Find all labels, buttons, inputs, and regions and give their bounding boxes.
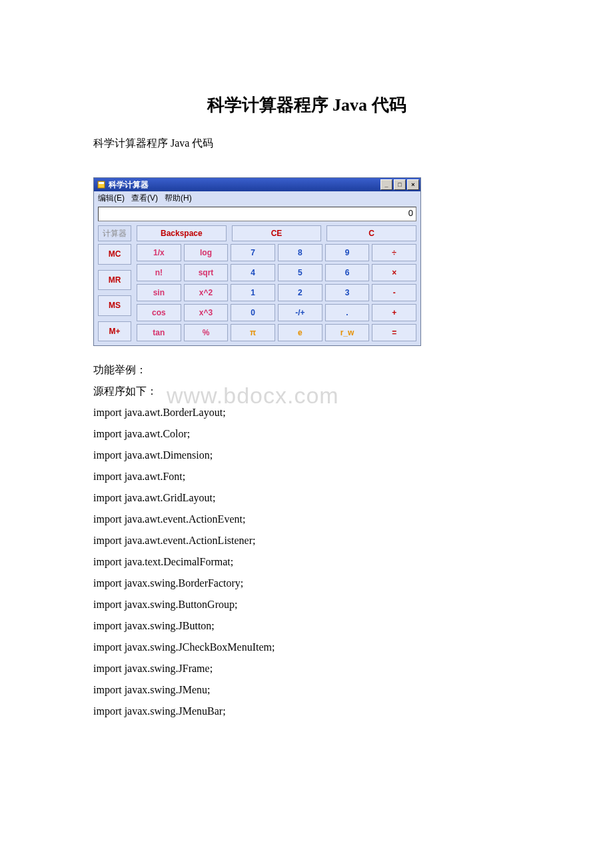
calc-button[interactable]: .: [325, 304, 370, 321]
calc-button[interactable]: 1: [231, 284, 275, 301]
calc-button[interactable]: sin: [137, 284, 181, 301]
code-line: import javax.swing.JFrame;: [93, 658, 520, 679]
calc-button[interactable]: 7: [231, 244, 275, 261]
calc-button[interactable]: 1/x: [137, 244, 181, 261]
tab-calculator[interactable]: 计算器: [98, 225, 131, 241]
code-line: import java.awt.Dimension;: [93, 445, 520, 466]
subtitle: 科学计算器程序 Java 代码: [93, 137, 520, 151]
code-block: import java.awt.BorderLayout;import java…: [93, 402, 520, 722]
calc-button[interactable]: n!: [137, 264, 181, 281]
calc-button[interactable]: +: [372, 304, 416, 321]
code-line: import javax.swing.BorderFactory;: [93, 573, 520, 594]
memory-column: MCMRMSM+: [98, 244, 131, 341]
body-grid: MCMRMSM+ 1/xlog789÷n!sqrt456×sinx^2123-c…: [94, 244, 420, 345]
calc-button[interactable]: ÷: [372, 244, 416, 261]
calc-button[interactable]: 5: [278, 264, 322, 281]
calc-button[interactable]: -: [372, 284, 416, 301]
calc-button[interactable]: 2: [278, 284, 322, 301]
page-title: 科学计算器程序 Java 代码: [93, 93, 520, 117]
code-line: import java.awt.BorderLayout;: [93, 402, 520, 423]
memory-button-mc[interactable]: MC: [98, 244, 131, 265]
memory-button-m+[interactable]: M+: [98, 321, 131, 342]
code-line: import javax.swing.JCheckBoxMenuItem;: [93, 637, 520, 658]
code-line: import javax.swing.JMenu;: [93, 679, 520, 701]
menu-view[interactable]: 查看(V): [131, 193, 158, 204]
calc-button[interactable]: cos: [137, 304, 181, 321]
app-icon: [97, 180, 106, 189]
code-line: import java.awt.Color;: [93, 423, 520, 445]
calc-button[interactable]: =: [372, 324, 416, 341]
calc-button[interactable]: r_w: [325, 324, 370, 341]
c-button[interactable]: C: [326, 225, 416, 241]
code-line: import javax.swing.JMenuBar;: [93, 701, 520, 722]
code-line: import java.awt.GridLayout;: [93, 487, 520, 509]
calc-button[interactable]: -/+: [278, 304, 322, 321]
menubar: 编辑(E) 查看(V) 帮助(H): [94, 191, 420, 205]
ce-button[interactable]: CE: [232, 225, 322, 241]
calc-button[interactable]: x^2: [184, 284, 229, 301]
section-example-label: 功能举例：: [93, 359, 520, 381]
calc-button[interactable]: 0: [231, 304, 275, 321]
calc-button[interactable]: 6: [325, 264, 370, 281]
calc-button[interactable]: 3: [325, 284, 370, 301]
window-controls: _ □ ×: [379, 179, 419, 190]
calculator-window: 科学计算器 _ □ × 编辑(E) 查看(V) 帮助(H) 0 计算器 Back…: [93, 177, 421, 346]
titlebar: 科学计算器 _ □ ×: [94, 178, 420, 191]
calc-button[interactable]: ×: [372, 264, 416, 281]
backspace-button[interactable]: Backspace: [137, 225, 227, 241]
calc-button[interactable]: tan: [137, 324, 181, 341]
calc-button[interactable]: 8: [278, 244, 322, 261]
close-button[interactable]: ×: [407, 179, 419, 190]
calc-button[interactable]: x^3: [184, 304, 229, 321]
calc-button[interactable]: 9: [325, 244, 370, 261]
svg-rect-1: [99, 182, 104, 184]
calc-display: 0: [98, 207, 416, 221]
code-line: import javax.swing.JButton;: [93, 615, 520, 637]
menu-edit[interactable]: 编辑(E): [98, 193, 125, 204]
code-line: import java.awt.Font;: [93, 466, 520, 487]
top-row: 计算器 Backspace CE C: [94, 224, 420, 244]
memory-button-ms[interactable]: MS: [98, 295, 131, 316]
code-line: import java.awt.event.ActionListener;: [93, 530, 520, 551]
calc-button[interactable]: π: [231, 324, 275, 341]
menu-help[interactable]: 帮助(H): [165, 193, 192, 204]
memory-button-mr[interactable]: MR: [98, 270, 131, 291]
minimize-button[interactable]: _: [380, 179, 392, 190]
calc-button[interactable]: 4: [231, 264, 275, 281]
calc-button[interactable]: sqrt: [184, 264, 229, 281]
code-line: import java.text.DecimalFormat;: [93, 551, 520, 573]
window-title: 科学计算器: [109, 179, 379, 191]
code-line: import java.awt.event.ActionEvent;: [93, 509, 520, 530]
code-line: import javax.swing.ButtonGroup;: [93, 594, 520, 615]
maximize-button[interactable]: □: [394, 179, 406, 190]
section-source-label: 源程序如下： www.bdocx.com: [93, 381, 520, 402]
calc-button[interactable]: %: [184, 324, 229, 341]
calc-button[interactable]: log: [184, 244, 229, 261]
main-grid: 1/xlog789÷n!sqrt456×sinx^2123-cosx^30-/+…: [137, 244, 416, 341]
calc-button[interactable]: e: [278, 324, 322, 341]
section-source-text: 源程序如下：: [93, 385, 157, 397]
